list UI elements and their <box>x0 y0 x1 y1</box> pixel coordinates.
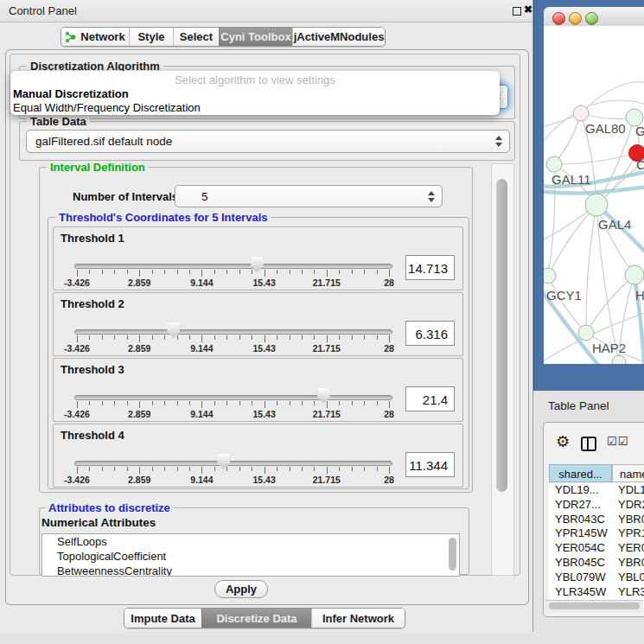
network-node[interactable] <box>612 355 626 364</box>
gear-icon[interactable]: ⚙ <box>556 432 570 451</box>
table-cell[interactable]: YER0 <box>618 541 644 556</box>
table-column-header[interactable]: shared... <box>549 464 612 482</box>
table-cell[interactable]: YPR1 <box>618 526 644 541</box>
attribute-list-item[interactable]: TopologicalCoefficient <box>42 549 459 564</box>
threshold-value-field[interactable]: 11.344 <box>405 452 455 477</box>
slider-track[interactable] <box>74 395 392 400</box>
network-node-label: GAL11 <box>552 172 591 187</box>
minimize-traffic-light[interactable] <box>569 12 582 25</box>
slider-tick-label: -3.426 <box>55 277 99 288</box>
slider-tick <box>377 401 378 405</box>
float-window-icon[interactable] <box>513 7 521 16</box>
algorithm-option[interactable]: Equal Width/Frequency Discretization <box>13 101 201 114</box>
slider-track[interactable] <box>74 264 392 269</box>
table-row[interactable]: YDL19...YDL1 <box>549 483 644 498</box>
table-cell[interactable]: YBR0 <box>618 556 644 571</box>
table-cell[interactable]: YLR3 <box>618 585 644 600</box>
tab-network[interactable]: Network <box>61 28 129 46</box>
table-cell[interactable]: YBR043C <box>555 513 605 527</box>
table-cell[interactable]: YPR145W <box>555 526 608 541</box>
slider-track[interactable] <box>74 461 392 466</box>
threshold-value-field[interactable]: 6.316 <box>405 321 455 346</box>
slider-thumb[interactable] <box>317 388 330 404</box>
network-node[interactable] <box>544 268 556 284</box>
checkboxes-icon[interactable]: ☑☑ <box>607 435 628 448</box>
threshold-value-field[interactable]: 14.713 <box>405 255 455 280</box>
attribute-list-item[interactable]: BetweennessCentrality <box>42 564 459 577</box>
attribute-list-item[interactable]: SelfLoops <box>42 534 459 549</box>
slider-tick <box>339 401 340 405</box>
slider-tick-label: 2.859 <box>118 409 161 419</box>
zoom-traffic-light[interactable] <box>585 12 598 25</box>
tab-cyni-toolbox[interactable]: Cyni Toolbox <box>219 28 292 46</box>
algorithm-option[interactable]: Manual Discretization <box>13 87 129 100</box>
tab-select[interactable]: Select <box>173 28 219 46</box>
table-cell[interactable]: YDR27... <box>555 498 601 513</box>
column-layout-icon[interactable] <box>581 437 596 451</box>
table-row[interactable]: YLR345WYLR3 <box>549 585 644 600</box>
table-cell[interactable]: YER054C <box>555 541 605 556</box>
network-canvas[interactable]: GAL80GACGAL11GAL4GCY1HHAP2 <box>544 26 644 364</box>
network-node[interactable] <box>573 105 589 121</box>
tab-impute-data[interactable]: Impute Data <box>124 609 201 628</box>
close-traffic-light[interactable] <box>552 12 565 25</box>
threshold-title: Threshold 1 <box>61 232 124 245</box>
threshold-value-field[interactable]: 21.4 <box>405 386 455 411</box>
table-cell[interactable]: YBR0 <box>618 513 644 527</box>
slider-tick <box>290 467 290 471</box>
table-cell[interactable]: YBR045C <box>555 556 605 571</box>
slider-tick <box>265 467 265 474</box>
table-cell[interactable]: YDL1 <box>618 483 644 498</box>
tab-label: Discretize Data <box>216 612 296 625</box>
slider-thumb[interactable] <box>167 322 180 338</box>
tab-style[interactable]: Style <box>129 28 173 46</box>
slider-tick <box>389 335 390 342</box>
vertical-scrollbar-thumb[interactable] <box>496 179 507 492</box>
horizontal-scrollbar-thumb[interactable] <box>549 603 640 609</box>
network-node-label: H <box>635 288 644 303</box>
slider-tick <box>189 401 190 405</box>
tab-label: Network <box>80 30 124 43</box>
table-cell[interactable]: YDL19... <box>555 483 599 498</box>
network-node[interactable] <box>585 194 608 216</box>
threshold-panel: Threshold 1-3.4262.8599.14415.4321.71528… <box>53 226 463 290</box>
tab-jactivemnodules[interactable]: jActiveMNodules <box>292 28 385 46</box>
slider-tick <box>127 270 128 274</box>
slider-tick <box>102 401 103 405</box>
table-cell[interactable]: YLR345W <box>555 585 606 600</box>
slider-tick <box>214 335 215 340</box>
network-node[interactable] <box>625 265 644 284</box>
table-row[interactable]: YER054CYER0 <box>549 541 644 556</box>
slider-track[interactable] <box>74 329 392 335</box>
table-data-label: Table Data <box>27 115 90 128</box>
close-icon[interactable]: ✖ <box>524 3 532 16</box>
slider-thumb[interactable] <box>217 454 230 469</box>
slider-tick <box>214 270 215 274</box>
slider-tick-label: 9.144 <box>180 277 223 288</box>
tab-discretize-data[interactable]: Discretize Data <box>201 609 311 628</box>
table-row[interactable]: YBR043CYBR0 <box>549 513 644 527</box>
table-row[interactable]: YDR27...YDR2 <box>549 498 644 513</box>
tab-infer-network[interactable]: Infer Network <box>311 609 405 628</box>
table-cell[interactable]: YBL079W <box>555 571 606 585</box>
number-of-intervals-combo[interactable]: 5 <box>175 185 443 207</box>
slider-tick <box>139 270 140 277</box>
table-row[interactable]: YPR145WYPR1 <box>549 526 644 541</box>
apply-button[interactable]: Apply <box>214 580 268 598</box>
table-column-header[interactable]: name <box>612 464 644 482</box>
node-table[interactable]: shared...nameYDL19...YDL1YDR27...YDR2YBR… <box>549 464 644 611</box>
numerical-attributes-list[interactable]: SelfLoopsTopologicalCoefficientBetweenne… <box>41 533 460 577</box>
table-row[interactable]: YBL079WYBL0 <box>549 571 644 585</box>
slider-tick-label: 21.715 <box>305 409 348 419</box>
list-scrollbar-thumb[interactable] <box>449 538 456 571</box>
slider-tick-label: 28 <box>367 277 411 288</box>
network-node[interactable] <box>578 325 594 341</box>
network-node[interactable] <box>546 156 562 172</box>
slider-tick <box>252 401 252 405</box>
table-cell[interactable]: YBL0 <box>618 571 644 585</box>
table-row[interactable]: YBR045CYBR0 <box>549 556 644 571</box>
network-window-titlebar[interactable] <box>544 7 644 27</box>
table-cell[interactable]: YDR2 <box>618 498 644 513</box>
slider-tick-label: 15.43 <box>243 475 286 485</box>
table-data-combo[interactable]: galFiltered.sif default node <box>26 130 510 153</box>
